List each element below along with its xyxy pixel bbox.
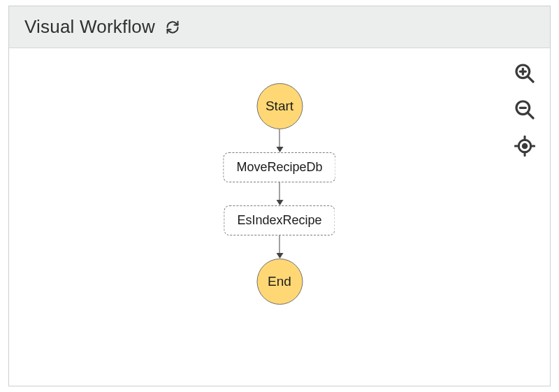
arrow-connector: [276, 235, 283, 259]
start-node[interactable]: Start: [256, 83, 303, 129]
svg-line-5: [528, 112, 533, 118]
panel-body: Start MoveRecipeDb EsIndexRecipe: [9, 48, 550, 387]
recenter-button[interactable]: [512, 133, 537, 159]
svg-line-1: [528, 76, 533, 82]
end-node[interactable]: End: [256, 259, 303, 305]
end-node-label: End: [268, 274, 291, 289]
workflow-diagram[interactable]: Start MoveRecipeDb EsIndexRecipe: [223, 83, 335, 305]
refresh-icon[interactable]: [165, 20, 180, 35]
step-node-label: EsIndexRecipe: [237, 213, 321, 227]
svg-point-8: [523, 144, 527, 148]
arrow-connector: [276, 182, 283, 205]
arrow-connector: [276, 129, 283, 152]
workflow-panel: Visual Workflow: [8, 6, 551, 386]
step-node[interactable]: MoveRecipeDb: [223, 152, 335, 182]
step-node-label: MoveRecipeDb: [236, 160, 322, 174]
zoom-controls: [512, 61, 537, 159]
start-node-label: Start: [266, 99, 293, 114]
step-node[interactable]: EsIndexRecipe: [224, 205, 335, 235]
zoom-in-button[interactable]: [512, 61, 537, 86]
zoom-out-button[interactable]: [512, 97, 537, 122]
panel-header: Visual Workflow: [9, 6, 550, 48]
panel-title: Visual Workflow: [24, 16, 155, 38]
